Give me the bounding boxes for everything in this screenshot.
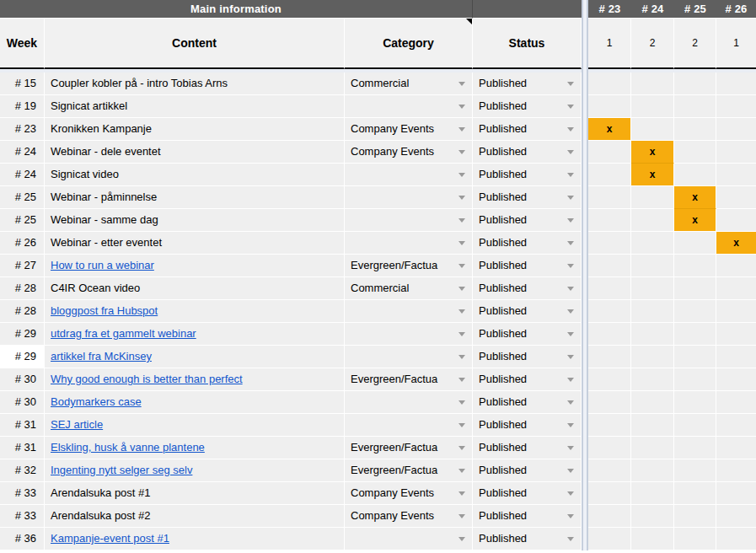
week-mark-cell[interactable] <box>631 300 674 323</box>
week-mark-cell[interactable] <box>588 459 631 482</box>
week-cell[interactable]: # 31 <box>0 414 45 437</box>
status-cell[interactable]: Published <box>473 255 582 277</box>
week-mark-cell[interactable] <box>674 437 716 459</box>
chevron-down-icon[interactable] <box>567 378 574 382</box>
status-cell[interactable]: Published <box>473 346 582 368</box>
week-mark-cell[interactable] <box>716 528 756 550</box>
week-mark-cell[interactable] <box>631 391 674 414</box>
week-cell[interactable]: # 31 <box>0 437 45 459</box>
content-cell[interactable]: Elskling, husk å vanne plantene <box>45 437 345 459</box>
category-cell[interactable]: Evergreen/Factua <box>345 437 473 459</box>
week-mark-cell[interactable] <box>631 368 674 391</box>
week-mark-cell[interactable] <box>631 437 674 459</box>
week-mark-cell[interactable] <box>631 118 674 141</box>
category-cell[interactable] <box>345 209 473 232</box>
week-mark-cell[interactable] <box>631 232 674 255</box>
chevron-down-icon[interactable] <box>458 241 465 245</box>
status-cell[interactable]: Published <box>473 209 582 232</box>
category-cell[interactable] <box>345 323 473 346</box>
category-cell[interactable]: Commercial <box>345 277 473 300</box>
week-mark-cell[interactable] <box>588 346 631 368</box>
week-column-header-25[interactable]: # 25 <box>674 0 716 19</box>
content-cell[interactable]: Webinar - dele eventet <box>45 141 345 164</box>
chevron-down-icon[interactable] <box>567 537 574 541</box>
chevron-down-icon[interactable] <box>567 423 574 427</box>
content-cell[interactable]: How to run a webinar <box>45 255 345 277</box>
week-column-header-24[interactable]: # 24 <box>631 0 674 19</box>
week-cell[interactable]: # 29 <box>0 323 45 346</box>
chevron-down-icon[interactable] <box>458 105 465 109</box>
week-cell[interactable]: # 24 <box>0 164 45 186</box>
week-mark-cell[interactable]: x <box>716 232 756 255</box>
status-cell[interactable]: Published <box>473 368 582 391</box>
chevron-down-icon[interactable] <box>567 173 574 177</box>
main-information-header-cell[interactable]: Main information <box>0 0 473 19</box>
category-cell[interactable] <box>345 232 473 255</box>
week-cell[interactable]: # 30 <box>0 368 45 391</box>
content-link[interactable]: Kampanje-event post #1 <box>51 528 344 550</box>
content-cell[interactable]: SEJ article <box>45 414 345 437</box>
status-cell[interactable]: Published <box>473 459 582 482</box>
week-cell[interactable]: # 29 <box>0 346 45 368</box>
week-mark-cell[interactable] <box>716 209 756 232</box>
week-mark-cell[interactable] <box>674 164 716 186</box>
category-cell[interactable] <box>345 346 473 368</box>
category-cell[interactable] <box>345 186 473 209</box>
week-mark-cell[interactable] <box>716 72 756 95</box>
category-cell[interactable]: Company Events <box>345 482 473 505</box>
week-mark-cell[interactable] <box>631 72 674 95</box>
week-mark-cell[interactable]: x <box>588 118 631 141</box>
week-mark-cell[interactable] <box>588 277 631 300</box>
chevron-down-icon[interactable] <box>567 287 574 291</box>
status-cell[interactable]: Published <box>473 300 582 323</box>
week-mark-cell[interactable] <box>588 505 631 528</box>
content-cell[interactable]: Webinar - samme dag <box>45 209 345 232</box>
status-cell[interactable]: Published <box>473 164 582 186</box>
week-mark-cell[interactable] <box>716 505 756 528</box>
week-mark-cell[interactable] <box>716 300 756 323</box>
content-link[interactable]: Ingenting nytt selger seg selv <box>51 459 344 481</box>
content-cell[interactable]: Signicat artikkel <box>45 95 345 118</box>
col-header-content[interactable]: Content <box>45 19 345 69</box>
week-cell[interactable]: # 30 <box>0 391 45 414</box>
content-cell[interactable]: Bodymarkers case <box>45 391 345 414</box>
content-cell[interactable]: Kampanje-event post #1 <box>45 528 345 550</box>
week-mark-cell[interactable] <box>631 277 674 300</box>
week-cell[interactable]: # 33 <box>0 482 45 505</box>
content-link[interactable]: SEJ article <box>51 414 344 436</box>
week-cell[interactable]: # 32 <box>0 459 45 482</box>
week-mark-cell[interactable] <box>588 72 631 95</box>
week-mark-cell[interactable]: x <box>631 141 674 164</box>
chevron-down-icon[interactable] <box>567 196 574 200</box>
chevron-down-icon[interactable] <box>567 218 574 223</box>
week-24-count[interactable]: 2 <box>631 19 674 69</box>
week-mark-cell[interactable] <box>716 118 756 141</box>
week-mark-cell[interactable] <box>588 255 631 277</box>
chevron-down-icon[interactable] <box>458 446 465 450</box>
content-cell[interactable]: Ingenting nytt selger seg selv <box>45 459 345 482</box>
week-mark-cell[interactable] <box>716 277 756 300</box>
category-cell[interactable]: Company Events <box>345 505 473 528</box>
chevron-down-icon[interactable] <box>458 287 465 291</box>
category-cell[interactable] <box>345 95 473 118</box>
category-cell[interactable]: Evergreen/Factua <box>345 255 473 277</box>
content-cell[interactable]: Why good enough is better than perfect <box>45 368 345 391</box>
status-cell[interactable]: Published <box>473 277 582 300</box>
week-mark-cell[interactable] <box>674 459 716 482</box>
week-mark-cell[interactable] <box>631 459 674 482</box>
week-mark-cell[interactable] <box>588 95 631 118</box>
week-mark-cell[interactable] <box>588 414 631 437</box>
week-mark-cell[interactable] <box>588 209 631 232</box>
week-cell[interactable]: # 15 <box>0 72 45 95</box>
week-mark-cell[interactable] <box>588 186 631 209</box>
week-mark-cell[interactable] <box>674 255 716 277</box>
chevron-down-icon[interactable] <box>567 264 574 268</box>
week-mark-cell[interactable] <box>631 505 674 528</box>
week-mark-cell[interactable] <box>674 277 716 300</box>
content-cell[interactable]: Arendalsuka post #2 <box>45 505 345 528</box>
week-mark-cell[interactable] <box>716 437 756 459</box>
week-mark-cell[interactable] <box>674 528 716 550</box>
category-cell[interactable] <box>345 414 473 437</box>
week-mark-cell[interactable] <box>631 95 674 118</box>
chevron-down-icon[interactable] <box>458 469 465 473</box>
